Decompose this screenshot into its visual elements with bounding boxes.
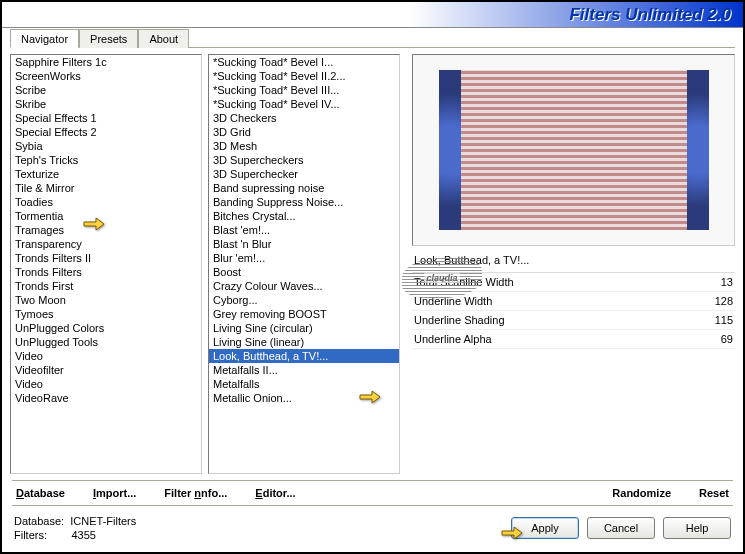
filter-item[interactable]: Cyborg... xyxy=(209,293,399,307)
param-value: 128 xyxy=(715,295,733,307)
category-item[interactable]: UnPlugged Colors xyxy=(11,321,201,335)
param-row[interactable]: Underline Shading115 xyxy=(412,311,735,330)
param-row[interactable]: Underline Alpha69 xyxy=(412,330,735,349)
main-panel: Sapphire Filters 1cScreenWorksScribeSkri… xyxy=(2,48,743,474)
link-filter-info[interactable]: Filter nnfo... xyxy=(164,487,227,499)
category-item[interactable]: UnPlugged Tools xyxy=(11,335,201,349)
link-editor[interactable]: Editor... xyxy=(255,487,295,499)
param-value: 13 xyxy=(721,276,733,288)
filter-item[interactable]: Bitches Crystal... xyxy=(209,209,399,223)
category-item[interactable]: Tramages xyxy=(11,223,201,237)
link-bar: Database Import... Filter nnfo... Editor… xyxy=(2,481,743,499)
tab-navigator[interactable]: Navigator xyxy=(10,29,79,48)
footer: Database: ICNET-Filters Filters: 4355 Ap… xyxy=(2,506,743,542)
category-item[interactable]: Video xyxy=(11,349,201,363)
param-label: Underline Shading xyxy=(414,314,505,326)
category-item[interactable]: Special Effects 2 xyxy=(11,125,201,139)
tab-about[interactable]: About xyxy=(138,29,189,48)
link-database[interactable]: Database xyxy=(16,487,65,499)
cancel-button[interactable]: Cancel xyxy=(587,517,655,539)
category-item[interactable]: Tronds First xyxy=(11,279,201,293)
tab-bar: Navigator Presets About xyxy=(10,28,735,48)
parameter-list: Total Scanline Width13Underline Width128… xyxy=(412,273,735,474)
filter-item[interactable]: Boost xyxy=(209,265,399,279)
filter-item[interactable]: Metalfalls II... xyxy=(209,363,399,377)
filter-item[interactable]: *Sucking Toad* Bevel IV... xyxy=(209,97,399,111)
button-bar: Apply Cancel Help xyxy=(511,517,731,539)
category-item[interactable]: Scribe xyxy=(11,83,201,97)
category-item[interactable]: Tile & Mirror xyxy=(11,181,201,195)
filter-item[interactable]: 3D Superchecker xyxy=(209,167,399,181)
filter-item[interactable]: 3D Checkers xyxy=(209,111,399,125)
category-item[interactable]: Skribe xyxy=(11,97,201,111)
filter-item[interactable]: 3D Supercheckers xyxy=(209,153,399,167)
category-item[interactable]: ScreenWorks xyxy=(11,69,201,83)
filter-item[interactable]: Banding Suppress Noise... xyxy=(209,195,399,209)
category-item[interactable]: Toadies xyxy=(11,195,201,209)
category-item[interactable]: Sybia xyxy=(11,139,201,153)
filter-item[interactable]: Band supressing noise xyxy=(209,181,399,195)
category-item[interactable]: VideoRave xyxy=(11,391,201,405)
category-item[interactable]: Transparency xyxy=(11,237,201,251)
category-item[interactable]: Video xyxy=(11,377,201,391)
category-item[interactable]: Texturize xyxy=(11,167,201,181)
category-item[interactable]: Teph's Tricks xyxy=(11,153,201,167)
preview-box xyxy=(412,54,735,246)
filter-item[interactable]: Blast 'em!... xyxy=(209,223,399,237)
link-import[interactable]: Import... xyxy=(93,487,136,499)
category-item[interactable]: Special Effects 1 xyxy=(11,111,201,125)
category-item[interactable]: Tronds Filters II xyxy=(11,251,201,265)
filter-item[interactable]: Blur 'em!... xyxy=(209,251,399,265)
apply-button[interactable]: Apply xyxy=(511,517,579,539)
filter-item[interactable]: Metallic Onion... xyxy=(209,391,399,405)
filter-list[interactable]: *Sucking Toad* Bevel I...*Sucking Toad* … xyxy=(208,54,400,474)
filter-item[interactable]: Crazy Colour Waves... xyxy=(209,279,399,293)
param-value: 115 xyxy=(715,314,733,326)
category-item[interactable]: Tronds Filters xyxy=(11,265,201,279)
filter-item[interactable]: Grey removing BOOST xyxy=(209,307,399,321)
filter-item[interactable]: *Sucking Toad* Bevel III... xyxy=(209,83,399,97)
param-label: Underline Alpha xyxy=(414,333,492,345)
filter-item[interactable]: *Sucking Toad* Bevel I... xyxy=(209,55,399,69)
filter-item[interactable]: 3D Grid xyxy=(209,125,399,139)
filter-item[interactable]: Blast 'n Blur xyxy=(209,237,399,251)
category-item[interactable]: Tormentia xyxy=(11,209,201,223)
footer-info: Database: ICNET-Filters Filters: 4355 xyxy=(14,514,136,542)
filter-item[interactable]: Metalfalls xyxy=(209,377,399,391)
filter-item[interactable]: 3D Mesh xyxy=(209,139,399,153)
filter-item[interactable]: Living Sine (linear) xyxy=(209,335,399,349)
category-item[interactable]: Tymoes xyxy=(11,307,201,321)
link-reset[interactable]: Reset xyxy=(699,487,729,499)
category-list[interactable]: Sapphire Filters 1cScreenWorksScribeSkri… xyxy=(10,54,202,474)
filter-item[interactable]: Living Sine (circular) xyxy=(209,321,399,335)
title-bar: Filters Unlimited 2.0 xyxy=(2,2,743,28)
filter-item[interactable]: *Sucking Toad* Bevel II.2... xyxy=(209,69,399,83)
category-item[interactable]: Sapphire Filters 1c xyxy=(11,55,201,69)
category-item[interactable]: Videofilter xyxy=(11,363,201,377)
link-randomize[interactable]: Randomize xyxy=(612,487,671,499)
tab-presets[interactable]: Presets xyxy=(79,29,138,48)
preview-image xyxy=(439,70,709,230)
help-button[interactable]: Help xyxy=(663,517,731,539)
app-title: Filters Unlimited 2.0 xyxy=(569,5,731,25)
param-value: 69 xyxy=(721,333,733,345)
watermark: claudia xyxy=(402,258,482,298)
filter-item[interactable]: Look, Butthead, a TV!... xyxy=(209,349,399,363)
category-item[interactable]: Two Moon xyxy=(11,293,201,307)
